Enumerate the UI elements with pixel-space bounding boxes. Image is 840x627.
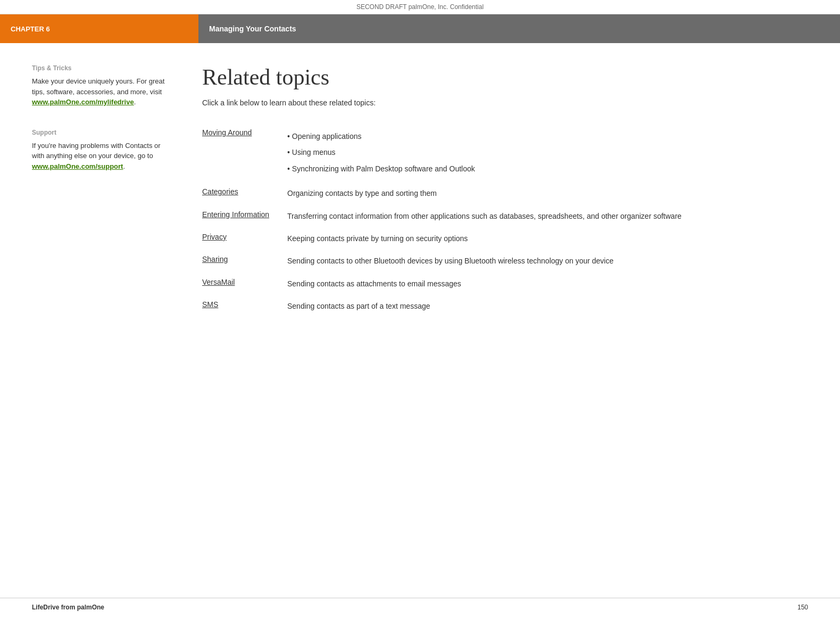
- support-period: .: [123, 162, 125, 170]
- sidebar: Tips & Tricks Make your device uniquely …: [32, 64, 181, 318]
- topic-link[interactable]: Categories: [202, 187, 238, 196]
- support-section-body: If you're having problems with Contacts …: [32, 141, 165, 172]
- topic-link[interactable]: Moving Around: [202, 128, 252, 137]
- topic-link[interactable]: SMS: [202, 300, 218, 309]
- topic-link[interactable]: Sharing: [202, 255, 228, 263]
- table-row: VersaMailSending contacts as attachments…: [202, 273, 808, 295]
- topic-link-cell: Categories: [202, 182, 287, 204]
- bullet-list: Opening applicationsUsing menusSynchroni…: [287, 128, 808, 177]
- topic-link-cell: Entering Information: [202, 205, 287, 227]
- footer-page-number: 150: [797, 604, 808, 611]
- content-area: Related topics Click a link below to lea…: [181, 64, 808, 318]
- table-row: PrivacyKeeping contacts private by turni…: [202, 227, 808, 250]
- list-item: Opening applications: [287, 128, 808, 144]
- table-row: SMSSending contacts as part of a text me…: [202, 295, 808, 317]
- footer-brand: LifeDrive from palmOne: [32, 604, 104, 611]
- chapter-header: CHAPTER 6 Managing Your Contacts: [0, 14, 840, 43]
- topic-link[interactable]: VersaMail: [202, 278, 235, 286]
- topic-desc-cell: Sending contacts as attachments to email…: [287, 273, 808, 295]
- main-content: Tips & Tricks Make your device uniquely …: [0, 43, 840, 350]
- topic-desc-cell: Organizing contacts by type and sorting …: [287, 182, 808, 204]
- list-item: Using menus: [287, 144, 808, 160]
- chapter-title: Managing Your Contacts: [198, 14, 840, 43]
- page-heading: Related topics: [202, 64, 808, 90]
- topic-link-cell: SMS: [202, 295, 287, 317]
- tips-link[interactable]: www.palmOne.com/mylifedrive: [32, 98, 134, 106]
- topic-link-cell: Moving Around: [202, 123, 287, 182]
- topic-desc-cell: Keeping contacts private by turning on s…: [287, 227, 808, 250]
- topic-link-cell: VersaMail: [202, 273, 287, 295]
- support-link[interactable]: www.palmOne.com/support: [32, 162, 123, 170]
- topic-desc-cell: Sending contacts to other Bluetooth devi…: [287, 250, 808, 272]
- support-section: Support If you're having problems with C…: [32, 129, 165, 172]
- topic-link-cell: Privacy: [202, 227, 287, 250]
- topic-link[interactable]: Privacy: [202, 233, 227, 241]
- tips-period: .: [134, 98, 136, 106]
- chapter-label: CHAPTER 6: [0, 14, 198, 43]
- table-row: Entering InformationTransferring contact…: [202, 205, 808, 227]
- topic-desc-cell: Opening applicationsUsing menusSynchroni…: [287, 123, 808, 182]
- page-footer: LifeDrive from palmOne 150: [0, 598, 840, 616]
- list-item: Synchronizing with Palm Desktop software…: [287, 161, 808, 177]
- topic-desc-cell: Transferring contact information from ot…: [287, 205, 808, 227]
- table-row: SharingSending contacts to other Bluetoo…: [202, 250, 808, 272]
- topic-link-cell: Sharing: [202, 250, 287, 272]
- topic-desc-cell: Sending contacts as part of a text messa…: [287, 295, 808, 317]
- tips-section-body: Make your device uniquely yours. For gre…: [32, 76, 165, 108]
- table-row: CategoriesOrganizing contacts by type an…: [202, 182, 808, 204]
- tips-section: Tips & Tricks Make your device uniquely …: [32, 64, 165, 108]
- topics-table: Moving AroundOpening applicationsUsing m…: [202, 123, 808, 318]
- support-section-title: Support: [32, 129, 165, 136]
- table-row: Moving AroundOpening applicationsUsing m…: [202, 123, 808, 182]
- tips-text-before-link: Make your device uniquely yours. For gre…: [32, 77, 164, 96]
- support-text-before-link: If you're having problems with Contacts …: [32, 142, 161, 160]
- topic-link[interactable]: Entering Information: [202, 210, 269, 219]
- watermark-text: SECOND DRAFT palmOne, Inc. Confidential: [0, 0, 840, 14]
- tips-section-title: Tips & Tricks: [32, 64, 165, 72]
- page-intro: Click a link below to learn about these …: [202, 98, 808, 107]
